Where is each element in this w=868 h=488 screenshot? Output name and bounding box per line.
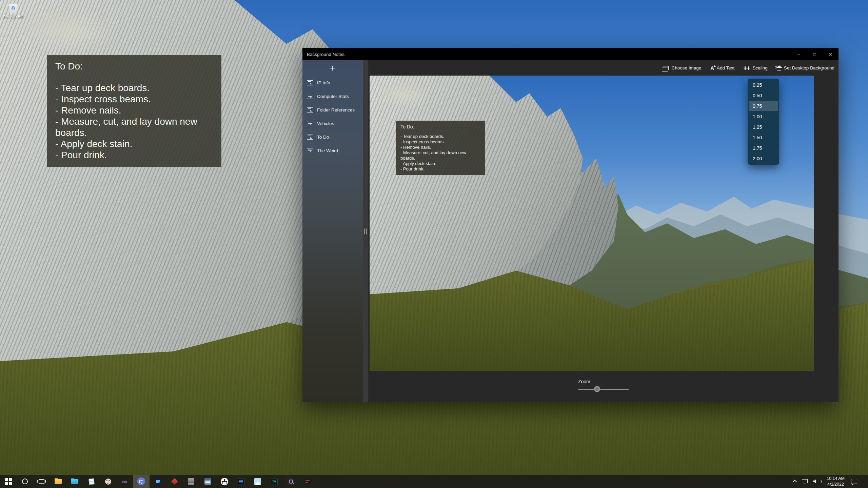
zoom-slider[interactable] <box>578 389 629 390</box>
sidebar: + IP Info Computer Stats Folder Referenc… <box>302 60 363 402</box>
sidebar-item-computer-stats[interactable]: Computer Stats <box>302 89 363 103</box>
scaling-option-1-50[interactable]: 1.50 <box>748 132 779 143</box>
notepad-button[interactable] <box>83 475 100 488</box>
sidebar-item-vehicles[interactable]: Vehicles <box>302 117 363 130</box>
set-desktop-background-button[interactable]: Set Desktop Background <box>777 65 834 70</box>
paint-button[interactable] <box>100 475 116 488</box>
folder-app-button[interactable] <box>66 475 83 488</box>
scaling-button[interactable]: Scaling <box>744 65 767 70</box>
blue-folder-icon <box>71 479 78 484</box>
sidebar-item-label: Computer Stats <box>317 94 349 99</box>
list-app-button[interactable] <box>233 475 249 488</box>
background-notes-icon <box>137 477 145 485</box>
note-title: To Do: <box>55 61 213 72</box>
toolbar: Choose Image A Add Text Scaling Set Desk… <box>663 60 839 76</box>
clock-time: 10:14 AM <box>827 476 845 481</box>
note-spacer <box>55 72 213 82</box>
magnifier-icon <box>288 478 294 485</box>
tv-app-button[interactable]: TV <box>266 475 282 488</box>
background-notes-taskbar-button[interactable] <box>133 475 150 488</box>
network-icon[interactable] <box>802 479 808 483</box>
scaling-option-2-00[interactable]: 2.00 <box>748 153 779 164</box>
task-view-icon <box>39 479 44 484</box>
movies-tv-button[interactable] <box>150 475 166 488</box>
tray-chevron-up-icon[interactable] <box>793 480 797 484</box>
week-planner-button[interactable] <box>199 475 216 488</box>
splitter-grip-icon <box>364 228 367 234</box>
speaker-icon[interactable] <box>813 479 818 484</box>
paint-palette-icon <box>105 479 111 485</box>
set-desktop-background-label: Set Desktop Background <box>784 65 834 70</box>
tv-icon: TV <box>271 478 278 485</box>
scaling-dropdown: 0.25 0.50 0.75 1.00 1.25 1.50 1.75 2.00 <box>748 79 779 165</box>
sidebar-item-label: Folder References <box>317 107 355 113</box>
diamond-app-button[interactable] <box>166 475 183 488</box>
scaling-option-1-25[interactable]: 1.25 <box>748 122 779 132</box>
note-line: - Measure, cut, and lay down new boards. <box>55 116 213 138</box>
action-center-icon[interactable] <box>851 479 857 484</box>
task-view-button[interactable] <box>33 475 50 488</box>
zoom-control: Zoom <box>578 379 629 390</box>
note-card-icon <box>307 121 313 126</box>
note-line: - Pour drink. <box>55 149 213 161</box>
sidebar-item-ip-info[interactable]: IP Info <box>302 76 363 89</box>
archive-app-button[interactable] <box>183 475 199 488</box>
scaling-slider-icon <box>744 68 750 68</box>
sidebar-item-the-weird[interactable]: The Weird <box>302 144 363 157</box>
focus-desk-button[interactable] <box>216 475 233 488</box>
wallpaper-preview-canvas[interactable]: To Do: - Tear up deck boards. - Inspect … <box>370 76 814 371</box>
photos-button[interactable] <box>249 475 266 488</box>
note-line: - Pour drink. <box>400 166 480 172</box>
maximize-button[interactable]: □ <box>807 48 823 60</box>
add-note-button[interactable]: + <box>302 60 363 76</box>
recycle-bin-label: Recycle Bin <box>2 15 24 19</box>
note-line: - Remove nails. <box>400 145 480 150</box>
choose-image-button[interactable]: Choose Image <box>663 65 701 70</box>
start-button[interactable] <box>0 475 17 488</box>
window-title: Background Notes <box>302 52 791 57</box>
desk-icon <box>221 478 228 485</box>
folder-icon <box>55 479 62 484</box>
scaling-option-0-50[interactable]: 0.50 <box>748 90 779 101</box>
lines-app-button[interactable] <box>299 475 316 488</box>
preview-todo-note[interactable]: To Do: - Tear up deck boards. - Inspect … <box>396 121 485 175</box>
scaling-option-1-00[interactable]: 1.00 <box>748 111 779 122</box>
add-text-button[interactable]: A Add Text <box>710 65 734 71</box>
lens-app-button[interactable] <box>282 475 299 488</box>
minimize-button[interactable]: – <box>791 48 807 60</box>
note-line: - Apply deck stain. <box>55 138 213 149</box>
desktop-todo-note: To Do: - Tear up deck boards. - Inspect … <box>47 55 221 167</box>
note-line: - Apply deck stain. <box>400 161 480 166</box>
scaling-label: Scaling <box>752 65 767 70</box>
add-text-label: Add Text <box>717 65 734 70</box>
sidebar-item-folder-references[interactable]: Folder References <box>302 103 363 117</box>
recycle-bin[interactable]: ♻ Recycle Bin <box>2 3 24 19</box>
scaling-option-0-75[interactable]: 0.75 <box>749 101 778 111</box>
note-title: To Do: <box>400 124 480 129</box>
orange-lines-icon <box>304 478 311 485</box>
zoom-label: Zoom <box>578 379 629 384</box>
note-line: - Tear up deck boards. <box>55 82 213 94</box>
scaling-option-1-75[interactable]: 1.75 <box>748 143 779 153</box>
list-icon <box>238 478 244 485</box>
scaling-option-0-25[interactable]: 0.25 <box>748 80 779 90</box>
window-controls: – □ ✕ <box>791 48 839 60</box>
week-planner-icon <box>204 478 211 485</box>
file-explorer-button[interactable] <box>50 475 66 488</box>
zoom-slider-thumb[interactable] <box>594 386 600 392</box>
visual-studio-button[interactable]: ∞ <box>116 475 133 488</box>
speaker-wave-icon <box>819 480 822 484</box>
sidebar-item-to-do[interactable]: To Do <box>302 130 363 144</box>
note-line: - Remove nails. <box>55 105 213 116</box>
clock[interactable]: 10:14 AM 4/2/2022 <box>827 476 845 487</box>
taskbar-icons: ∞ TV <box>0 475 316 488</box>
choose-image-label: Choose Image <box>671 65 701 70</box>
splitter-handle[interactable] <box>363 60 368 402</box>
note-card-icon <box>307 148 313 153</box>
close-button[interactable]: ✕ <box>823 48 839 60</box>
sidebar-item-label: IP Info <box>317 80 330 85</box>
windows-logo-icon <box>5 478 12 485</box>
background-notes-window: Background Notes – □ ✕ + IP Info Compute… <box>302 48 839 402</box>
titlebar[interactable]: Background Notes – □ ✕ <box>302 48 839 60</box>
search-button[interactable] <box>17 475 33 488</box>
